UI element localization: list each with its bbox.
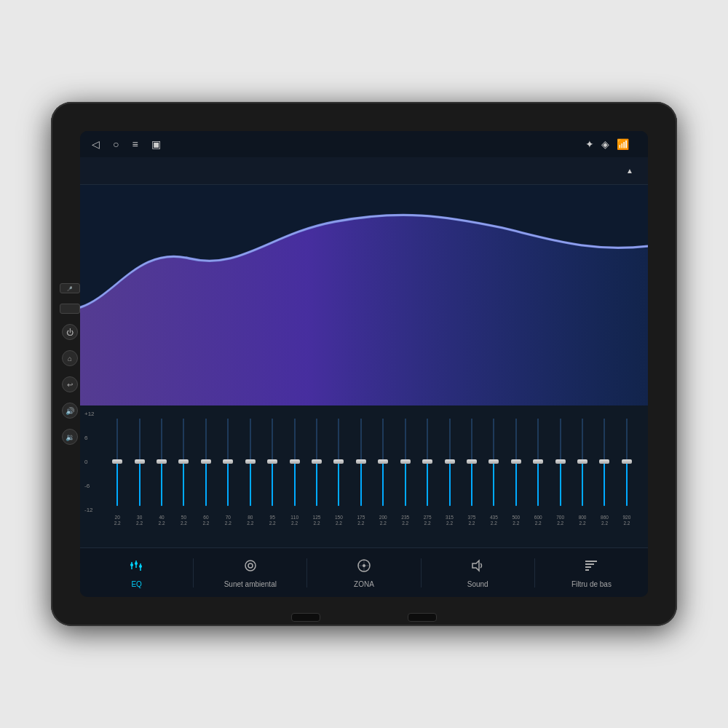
band-handle-20[interactable] <box>112 459 122 464</box>
band-handle-40[interactable] <box>157 459 167 464</box>
volume-up-button[interactable]: 🔊 <box>62 403 78 419</box>
band-handle-200[interactable] <box>378 459 388 464</box>
eq-band-435[interactable] <box>483 411 505 513</box>
band-track-50 <box>183 419 184 506</box>
home-nav-icon[interactable]: ○ <box>113 138 119 150</box>
band-track-30 <box>139 419 141 506</box>
fc-value-375: 375 <box>468 515 476 521</box>
band-handle-95[interactable] <box>267 459 277 464</box>
band-handle-435[interactable] <box>488 459 499 464</box>
band-fill-920 <box>626 462 628 506</box>
eq-band-175[interactable] <box>350 411 372 513</box>
q-value-920: 2.2 <box>623 521 630 526</box>
q-value-235: 2.2 <box>402 521 408 526</box>
tab-sunet[interactable]: Sunet ambiental <box>194 552 306 594</box>
svg-rect-14 <box>585 563 594 565</box>
tab-eq[interactable]: EQ <box>80 552 193 594</box>
power-button[interactable]: ⏻ <box>62 324 78 340</box>
freq-label-500: 5002.2 <box>505 515 527 526</box>
eq-band-500[interactable] <box>505 411 527 513</box>
eq-band-920[interactable] <box>616 411 638 513</box>
eq-band-600[interactable] <box>527 411 549 513</box>
eq-band-375[interactable] <box>461 411 483 513</box>
q-value-95: 2.2 <box>269 521 276 526</box>
band-handle-50[interactable] <box>178 459 189 464</box>
band-handle-150[interactable] <box>333 459 344 464</box>
fc-value-800: 800 <box>579 515 587 521</box>
eq-band-70[interactable] <box>217 411 239 513</box>
eq-band-125[interactable] <box>306 411 328 513</box>
eq-band-80[interactable] <box>240 411 261 513</box>
rst-button[interactable] <box>60 304 80 314</box>
back-button[interactable]: ↩ <box>62 376 78 392</box>
eq-band-50[interactable] <box>173 411 194 513</box>
location-icon: ◈ <box>601 138 609 150</box>
band-handle-800[interactable] <box>577 459 587 464</box>
eq-band-860[interactable] <box>593 411 615 513</box>
eq-band-20[interactable] <box>106 411 128 513</box>
band-handle-175[interactable] <box>356 459 366 464</box>
band-handle-860[interactable] <box>599 459 609 464</box>
fc-value-860: 860 <box>601 515 609 521</box>
eq-band-30[interactable] <box>128 411 150 513</box>
volume-down-button[interactable]: 🔉 <box>62 429 78 445</box>
filtru-tab-label: Filtru de bas <box>571 580 612 588</box>
tab-sound[interactable]: Sound <box>422 552 534 594</box>
back-icon: ↩ <box>67 381 73 389</box>
eq-band-275[interactable] <box>416 411 438 513</box>
band-handle-70[interactable] <box>223 459 233 464</box>
band-handle-700[interactable] <box>555 459 566 464</box>
fc-value-200: 200 <box>379 515 387 521</box>
band-handle-920[interactable] <box>622 459 632 464</box>
back-nav-icon[interactable]: ◁ <box>92 138 100 150</box>
menu-nav-icon[interactable]: ≡ <box>132 138 138 150</box>
band-track-600 <box>537 419 539 506</box>
db-label-0: 0 <box>84 459 95 465</box>
q-value-50: 2.2 <box>181 521 187 526</box>
freq-label-275: 2752.2 <box>416 515 438 526</box>
main-screen: ◁ ○ ≡ ▣ ✦ ◈ 📶 ▲ <box>80 131 648 597</box>
db-label-6: 6 <box>84 435 95 441</box>
band-track-500 <box>515 419 517 506</box>
eq-band-150[interactable] <box>328 411 349 513</box>
band-fill-175 <box>360 462 362 506</box>
q-value-275: 2.2 <box>424 521 431 526</box>
svg-rect-13 <box>585 561 597 562</box>
tab-zona[interactable]: ZONA <box>307 552 420 594</box>
freq-label-80: 802.2 <box>240 515 261 526</box>
eq-band-200[interactable] <box>372 411 394 513</box>
custom-mode[interactable]: ▲ <box>454 167 633 175</box>
eq-band-95[interactable] <box>261 411 283 513</box>
eq-band-110[interactable] <box>283 411 305 513</box>
band-fill-70 <box>227 462 229 506</box>
recents-nav-icon[interactable]: ▣ <box>151 138 161 150</box>
home-button[interactable]: ⌂ <box>62 350 78 366</box>
eq-band-800[interactable] <box>571 411 593 513</box>
freq-label-175: 1752.2 <box>350 515 372 526</box>
eq-band-700[interactable] <box>549 411 571 513</box>
q-value-175: 2.2 <box>357 521 364 526</box>
tab-filtru[interactable]: Filtru de bas <box>535 552 648 594</box>
band-track-235 <box>405 419 406 506</box>
zona-tab-label: ZONA <box>354 580 374 588</box>
band-handle-275[interactable] <box>422 459 432 464</box>
eq-band-40[interactable] <box>151 411 173 513</box>
eq-band-60[interactable] <box>195 411 217 513</box>
band-handle-110[interactable] <box>290 459 300 464</box>
band-handle-60[interactable] <box>201 459 211 464</box>
status-right-icons: ✦ ◈ 📶 <box>585 138 636 150</box>
eq-band-315[interactable] <box>438 411 460 513</box>
band-handle-500[interactable] <box>511 459 521 464</box>
band-fill-125 <box>316 462 317 506</box>
band-handle-30[interactable] <box>135 459 145 464</box>
fc-value-920: 920 <box>622 515 630 521</box>
eq-band-235[interactable] <box>394 411 416 513</box>
freq-label-860: 8602.2 <box>593 515 615 526</box>
band-handle-315[interactable] <box>445 459 455 464</box>
band-handle-125[interactable] <box>312 459 322 464</box>
q-value-800: 2.2 <box>579 521 586 526</box>
band-handle-80[interactable] <box>245 459 256 464</box>
band-handle-600[interactable] <box>533 459 543 464</box>
band-handle-375[interactable] <box>467 459 477 464</box>
band-handle-235[interactable] <box>400 459 411 464</box>
